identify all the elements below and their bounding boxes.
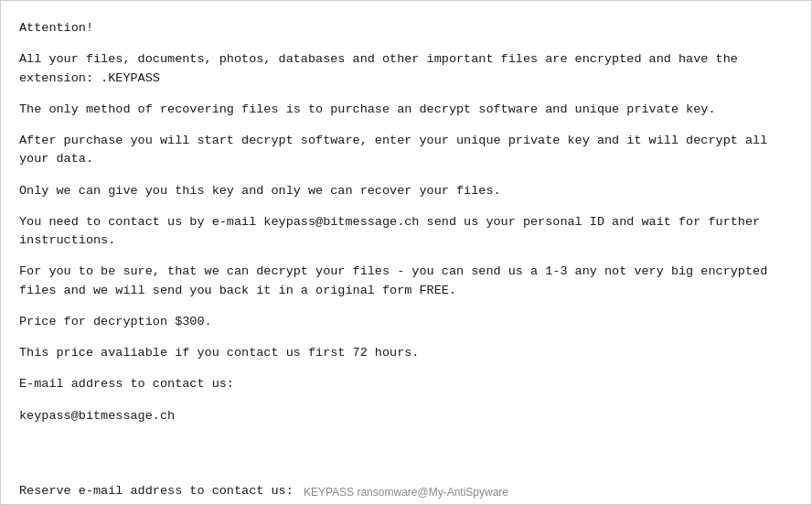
primary-email: keypass@bitmessage.ch (19, 407, 769, 425)
paragraph-be-sure: For you to be sure, that we can decrypt … (19, 263, 769, 300)
ransomware-window: Attention! All your files, documents, ph… (0, 0, 812, 505)
paragraph-files-encrypted: All your files, documents, photos, datab… (19, 50, 769, 88)
paragraph-price: Price for decryption $300. (19, 313, 769, 331)
paragraph-after-purchase: After purchase you will start decrypt so… (19, 132, 769, 169)
paragraph-price-avaliable: This price avaliable if you contact us f… (19, 344, 769, 362)
paragraph-email-label: E-mail address to contact us: (19, 375, 769, 393)
paragraph-only-method: The only method of recovering files is t… (19, 101, 769, 119)
paragraph-contact-email: You need to contact us by e-mail keypass… (19, 213, 769, 251)
text-block: Attention! All your files, documents, ph… (19, 19, 769, 504)
watermark: KEYPASS ransomware@My-AntiSpyware (304, 486, 508, 499)
attention-heading: Attention! (19, 19, 769, 38)
content-area[interactable]: Attention! All your files, documents, ph… (1, 1, 811, 504)
paragraph-only-we: Only we can give you this key and only w… (19, 182, 769, 200)
